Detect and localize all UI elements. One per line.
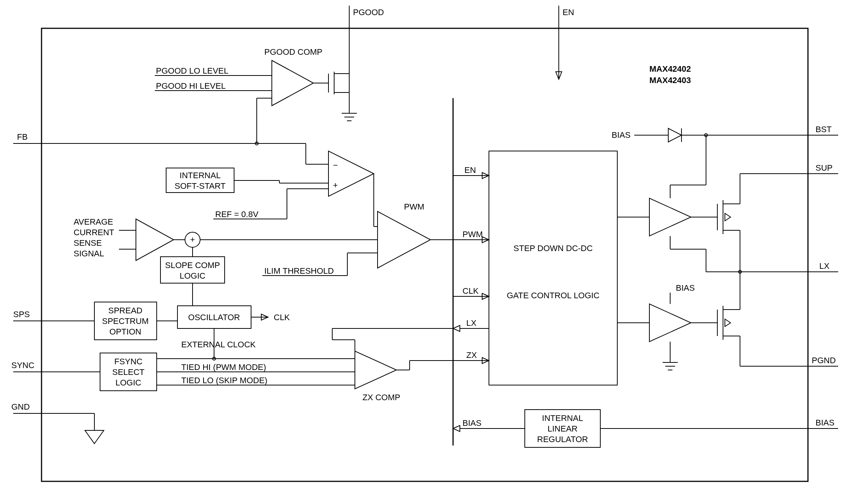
- pwm-label: PWM: [404, 202, 424, 211]
- pin-pgood-label: PGOOD: [353, 8, 384, 17]
- pin-sync-label: SYNC: [11, 361, 34, 370]
- clk-out-label: CLK: [274, 313, 290, 322]
- fsync-l1: FSYNC: [114, 357, 143, 366]
- fsync-l2: SELECT: [112, 367, 145, 377]
- high-driver: [649, 198, 691, 236]
- pgood-hi-label: PGOOD HI LEVEL: [156, 81, 226, 91]
- pin-lx-label: LX: [819, 261, 829, 271]
- block-diagram: MAX42402 MAX42403 PGOOD EN PGOOD COMP PG…: [0, 0, 851, 504]
- zx-comparator: [355, 351, 396, 389]
- diode-bias: [668, 128, 681, 142]
- chip-outline: [42, 28, 808, 481]
- linreg-l3: REGULATOR: [537, 435, 588, 444]
- extclk-label: EXTERNAL CLOCK: [181, 340, 256, 349]
- softstart-l2: SOFT-START: [175, 181, 226, 191]
- gnd-triangle: [85, 430, 104, 444]
- fsync-l3: LOGIC: [116, 378, 142, 387]
- pin-sps-label: SPS: [13, 310, 30, 319]
- avg-l1: AVERAGE: [74, 217, 113, 227]
- bias-low-label: BIAS: [676, 283, 695, 293]
- pin-en-label: EN: [563, 8, 574, 17]
- low-mosfet: [717, 306, 740, 340]
- pgood-comp-label: PGOOD COMP: [264, 47, 322, 57]
- spread-l2: SPECTRUM: [102, 316, 148, 326]
- avg-l4: SIGNAL: [74, 249, 104, 258]
- pin-bias-label: BIAS: [816, 418, 834, 427]
- spread-l1: SPREAD: [108, 306, 142, 315]
- zxcomp-label: ZX COMP: [362, 393, 400, 402]
- high-mosfet: [717, 200, 740, 234]
- svg-marker-72: [725, 213, 731, 221]
- pin-pgnd-label: PGND: [812, 356, 836, 365]
- part-number-1: MAX42402: [649, 64, 691, 74]
- slope-l1: SLOPE COMP: [165, 260, 220, 270]
- pin-sup-label: SUP: [816, 163, 832, 173]
- ref-label: REF = 0.8V: [215, 210, 259, 219]
- linreg-l1: INTERNAL: [542, 413, 583, 423]
- avg-l3: SENSE: [74, 238, 102, 248]
- box-gatecontrol: [489, 151, 617, 385]
- ea-minus: −: [333, 160, 338, 170]
- avg-l2: CURRENT: [74, 228, 114, 237]
- pin-bst-label: BST: [816, 125, 832, 134]
- low-driver: [649, 304, 691, 342]
- bus-lx: LX: [466, 318, 476, 328]
- pgood-lo-label: PGOOD LO LEVEL: [156, 66, 228, 76]
- svg-marker-54: [453, 425, 460, 432]
- softstart-l1: INTERNAL: [180, 171, 221, 180]
- gatectrl-label: GATE CONTROL LOGIC: [507, 291, 600, 300]
- svg-marker-50: [453, 325, 460, 331]
- bus-pwm: PWM: [462, 230, 483, 239]
- ilim-label: ILIM THRESHOLD: [264, 266, 334, 276]
- stepdown-label: STEP DOWN DC-DC: [513, 244, 593, 253]
- pgood-mosfet: [328, 70, 357, 121]
- bus-bias: BIAS: [462, 418, 481, 428]
- tiedhi-label: TIED HI (PWM MODE): [181, 362, 266, 372]
- avg-buffer: [136, 219, 174, 260]
- bias-top-label: BIAS: [612, 130, 631, 140]
- pwm-comparator: [378, 211, 430, 268]
- sum-plus: +: [190, 235, 195, 244]
- bus-zx: ZX: [466, 350, 477, 360]
- svg-marker-89: [725, 319, 731, 327]
- bus-clk: CLK: [462, 286, 479, 296]
- pin-fb-label: FB: [17, 132, 28, 142]
- pin-gnd-label: GND: [11, 402, 30, 412]
- ea-plus: +: [333, 180, 338, 190]
- osc-label: OSCILLATOR: [188, 313, 240, 322]
- tiedlo-label: TIED LO (SKIP MODE): [181, 376, 267, 385]
- bus-en: EN: [464, 165, 476, 175]
- part-number-2: MAX42403: [649, 76, 691, 85]
- linreg-l2: LINEAR: [547, 424, 577, 433]
- slope-l2: LOGIC: [180, 271, 206, 281]
- pgood-comparator: [272, 60, 313, 106]
- spread-l3: OPTION: [109, 327, 141, 336]
